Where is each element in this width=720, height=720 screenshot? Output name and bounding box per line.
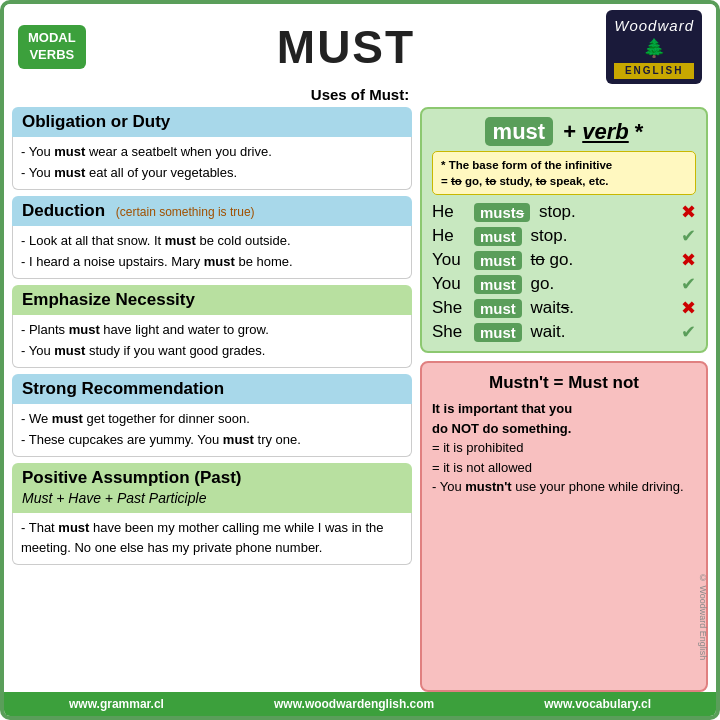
obligation-title: Obligation or Duty [22,112,402,132]
right-column: must + verb * * The base form of the inf… [418,107,708,692]
woodward-tree-icon: 🌲 [614,36,694,61]
ex-verb-1: stop. [534,202,677,222]
must-pill: must [485,117,554,146]
ex-subject-2: He [432,226,470,246]
deduction-body: - Look at all that snow. It must be cold… [12,226,412,279]
deduction-header: Deduction (certain something is true) [12,196,412,226]
uses-of-text: Uses of [311,86,369,103]
ex-subject-3: You [432,250,470,270]
modal-verbs-badge: MODAL VERBS [18,25,86,69]
left-column: Obligation or Duty - You must wear a sea… [12,107,418,692]
mustnt-title: Mustn't = Must not [432,373,696,393]
recommendation-title: Strong Recommendation [22,379,402,399]
ex-must-5: must [474,299,522,318]
formula-examples: He musts stop. ✖ He must stop. ✔ You [432,201,696,343]
ex-subject-1: He [432,202,470,222]
footer: www.grammar.cl www.woodwardenglish.com w… [4,692,716,716]
obligation-example-1: - You must wear a seatbelt when you driv… [21,142,403,162]
modal-verbs-line1: MODAL [28,30,76,47]
obligation-example-2: - You must eat all of your vegetables. [21,163,403,183]
modal-verbs-line2: VERBS [28,47,76,64]
ex-icon-right-4: ✔ [681,273,696,295]
example-row-4: You must go. ✔ [432,273,696,295]
obligation-header: Obligation or Duty [12,107,412,137]
assumption-header: Positive Assumption (Past)Must + Have + … [12,463,412,513]
mustnt-box: Mustn't = Must not It is important that … [420,361,708,692]
emphasize-title: Emphasize Necessity [22,290,402,310]
deduction-title: Deduction (certain something is true) [22,201,402,221]
formula-title: must + verb * [432,119,696,145]
ex-subject-4: You [432,274,470,294]
mustnt-line1: It is important that you [432,399,696,419]
uses-of-bold: Must [369,86,404,103]
example-row-3: You must to go. ✖ [432,249,696,271]
mustnt-line2: do NOT do something. [432,419,696,439]
deduction-example-2: - I heard a noise upstairs. Mary must be… [21,252,403,272]
footer-link-2[interactable]: www.woodwardenglish.com [274,697,434,711]
ex-must-6: must [474,323,522,342]
formula-verb: verb [582,119,628,144]
example-row-5: She must waits. ✖ [432,297,696,319]
formula-box: must + verb * * The base form of the inf… [420,107,708,353]
ex-must-4: must [474,275,522,294]
woodward-badge: Woodward 🌲 ENGLISH [606,10,702,84]
ex-icon-right-6: ✔ [681,321,696,343]
emphasize-section: Emphasize Necessity - Plants must have l… [12,285,412,368]
header: MODAL VERBS MUST Woodward 🌲 ENGLISH [4,4,716,86]
recommendation-body: - We must get together for dinner soon. … [12,404,412,457]
ex-icon-wrong-5: ✖ [681,297,696,319]
example-row-1: He musts stop. ✖ [432,201,696,223]
ex-verb-3: to go. [526,250,677,270]
ex-must-1: musts [474,203,530,222]
woodward-top: Woodward [614,15,694,36]
deduction-example-1: - Look at all that snow. It must be cold… [21,231,403,251]
ex-must-2: must [474,227,522,246]
ex-verb-5: waits. [526,298,677,318]
recommendation-header: Strong Recommendation [12,374,412,404]
mustnt-line4: = it is not allowed [432,458,696,478]
recommendation-section: Strong Recommendation - We must get toge… [12,374,412,457]
ex-verb-6: wait. [526,322,677,342]
emphasize-example-1: - Plants must have light and water to gr… [21,320,403,340]
assumption-title: Positive Assumption (Past)Must + Have + … [22,468,402,508]
main-title: MUST [277,20,415,74]
ex-verb-4: go. [526,274,677,294]
emphasize-header: Emphasize Necessity [12,285,412,315]
example-row-2: He must stop. ✔ [432,225,696,247]
mustnt-line3: = it is prohibited [432,438,696,458]
formula-note: * The base form of the infinitive= to go… [432,151,696,195]
uses-of-label: Uses of Must: [4,86,716,107]
ex-verb-2: stop. [526,226,677,246]
mustnt-line5: - You mustn't use your phone while drivi… [432,477,696,497]
recommendation-example-1: - We must get together for dinner soon. [21,409,403,429]
ex-subject-5: She [432,298,470,318]
deduction-subtitle: (certain something is true) [116,205,255,219]
footer-link-1[interactable]: www.grammar.cl [69,697,164,711]
obligation-body: - You must wear a seatbelt when you driv… [12,137,412,190]
woodward-bottom: ENGLISH [614,63,694,79]
ex-icon-wrong-3: ✖ [681,249,696,271]
content-area: Obligation or Duty - You must wear a sea… [4,107,716,692]
uses-of-colon: : [404,86,409,103]
emphasize-body: - Plants must have light and water to gr… [12,315,412,368]
copyright-text: © Woodward English [698,573,708,660]
assumption-section: Positive Assumption (Past)Must + Have + … [12,463,412,565]
ex-must-3: must [474,251,522,270]
formula-plus: + [563,119,576,144]
recommendation-example-2: - These cupcakes are yummy. You must try… [21,430,403,450]
ex-subject-6: She [432,322,470,342]
ex-icon-right-2: ✔ [681,225,696,247]
emphasize-example-2: - You must study if you want good grades… [21,341,403,361]
mustnt-body: It is important that you do NOT do somet… [432,399,696,497]
example-row-6: She must wait. ✔ [432,321,696,343]
deduction-section: Deduction (certain something is true) - … [12,196,412,279]
obligation-section: Obligation or Duty - You must wear a sea… [12,107,412,190]
assumption-body: - That must have been my mother calling … [12,513,412,565]
ex-icon-wrong-1: ✖ [681,201,696,223]
assumption-example-1: - That must have been my mother calling … [21,518,403,557]
footer-link-3[interactable]: www.vocabulary.cl [544,697,651,711]
formula-asterisk: * [635,119,644,144]
